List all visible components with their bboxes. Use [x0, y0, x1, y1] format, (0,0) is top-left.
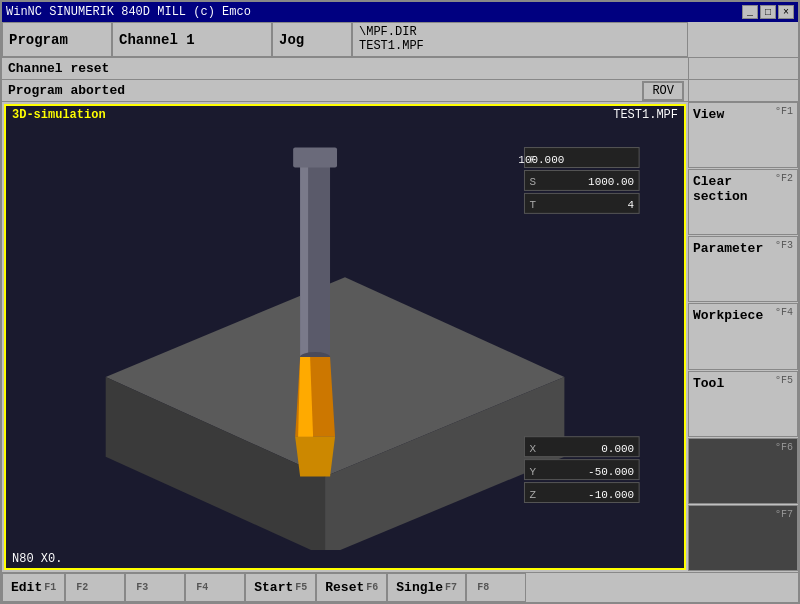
f8-button[interactable]: F8	[466, 573, 526, 602]
header-right	[688, 22, 798, 57]
rov-badge: ROV	[642, 81, 684, 101]
view-button[interactable]: ᵒF1 View	[688, 102, 798, 168]
program-aborted-text: Program aborted	[2, 81, 642, 100]
sim-svg: F 100.000 S 1000.00 T 4 X 0.000 Y -50.00…	[6, 124, 684, 550]
edit-button[interactable]: Edit F1	[2, 573, 65, 602]
svg-marker-8	[295, 437, 335, 477]
status-area: Channel reset Program aborted ROV	[2, 58, 798, 102]
svg-text:T: T	[529, 199, 536, 211]
f7-key: ᵒF7	[775, 508, 793, 520]
svg-rect-5	[300, 158, 308, 357]
parameter-label: Parameter	[693, 241, 763, 256]
svg-text:S: S	[529, 176, 536, 188]
view-key: ᵒF1	[775, 105, 793, 117]
maximize-button[interactable]: □	[760, 5, 776, 19]
app-window: WinNC SINUMERIK 840D MILL (c) Emco _ □ ×…	[0, 0, 800, 604]
channel-label: Channel 1	[112, 22, 272, 57]
jog-label: Jog	[272, 22, 352, 57]
simulation-panel: 3D-simulation TEST1.MPF	[4, 104, 686, 570]
tool-key: ᵒF5	[775, 374, 793, 386]
sim-program-name: TEST1.MPF	[613, 108, 678, 122]
f4-button[interactable]: F4	[185, 573, 245, 602]
program-aborted-row: Program aborted ROV	[2, 80, 798, 102]
channel-reset-text: Channel reset	[2, 59, 688, 78]
tool-label: Tool	[693, 376, 724, 391]
header-row: Program Channel 1 Jog \MPF.DIR TEST1.MPF	[2, 22, 798, 58]
workpiece-button[interactable]: ᵒF4 Workpiece	[688, 303, 798, 369]
minimize-button[interactable]: _	[742, 5, 758, 19]
view-label: View	[693, 107, 724, 122]
path-display: \MPF.DIR TEST1.MPF	[352, 22, 688, 57]
svg-text:Z: Z	[529, 489, 536, 501]
f7-button[interactable]: ᵒF7	[688, 505, 798, 571]
parameter-key: ᵒF3	[775, 239, 793, 251]
title-bar: WinNC SINUMERIK 840D MILL (c) Emco _ □ ×	[2, 2, 798, 22]
f6-key: ᵒF6	[775, 441, 793, 453]
svg-rect-17	[524, 193, 639, 213]
svg-text:Y: Y	[529, 466, 536, 478]
parameter-button[interactable]: ᵒF3 Parameter	[688, 236, 798, 302]
app-title: WinNC SINUMERIK 840D MILL (c) Emco	[6, 5, 251, 19]
clear-section-key: ᵒF2	[775, 172, 793, 184]
workpiece-key: ᵒF4	[775, 306, 793, 318]
svg-text:-10.000: -10.000	[588, 489, 634, 501]
f2-button[interactable]: F2	[65, 573, 125, 602]
tool-button[interactable]: ᵒF5 Tool	[688, 371, 798, 437]
sim-viewport: F 100.000 S 1000.00 T 4 X 0.000 Y -50.00…	[6, 124, 684, 550]
sim-footer: N80 X0.	[6, 550, 684, 568]
workpiece-label: Workpiece	[693, 308, 763, 323]
start-button[interactable]: Start F5	[245, 573, 316, 602]
sim-label: 3D-simulation	[12, 108, 106, 122]
single-button[interactable]: Single F7	[387, 573, 466, 602]
svg-text:4: 4	[628, 199, 635, 211]
clear-section-label: Clearsection	[693, 174, 748, 204]
svg-rect-10	[293, 148, 337, 168]
close-button[interactable]: ×	[778, 5, 794, 19]
bottom-toolbar: Edit F1 F2 F3 F4 Start F5 Reset F6 Singl…	[2, 572, 798, 602]
reset-button[interactable]: Reset F6	[316, 573, 387, 602]
f6-button[interactable]: ᵒF6	[688, 438, 798, 504]
channel-reset-row: Channel reset	[2, 58, 798, 80]
svg-text:1000.00: 1000.00	[588, 176, 634, 188]
svg-text:0.000: 0.000	[601, 443, 634, 455]
sim-header: 3D-simulation TEST1.MPF	[6, 106, 684, 124]
right-sidebar: ᵒF1 View ᵒF2 Clearsection ᵒF3 Parameter …	[688, 102, 798, 572]
title-bar-buttons: _ □ ×	[742, 5, 794, 19]
svg-text:-50.000: -50.000	[588, 466, 634, 478]
svg-text:100.000: 100.000	[518, 154, 564, 166]
program-label: Program	[2, 22, 112, 57]
clear-section-button[interactable]: ᵒF2 Clearsection	[688, 169, 798, 235]
main-area: 3D-simulation TEST1.MPF	[2, 102, 798, 572]
f3-button[interactable]: F3	[125, 573, 185, 602]
svg-text:X: X	[529, 443, 536, 455]
